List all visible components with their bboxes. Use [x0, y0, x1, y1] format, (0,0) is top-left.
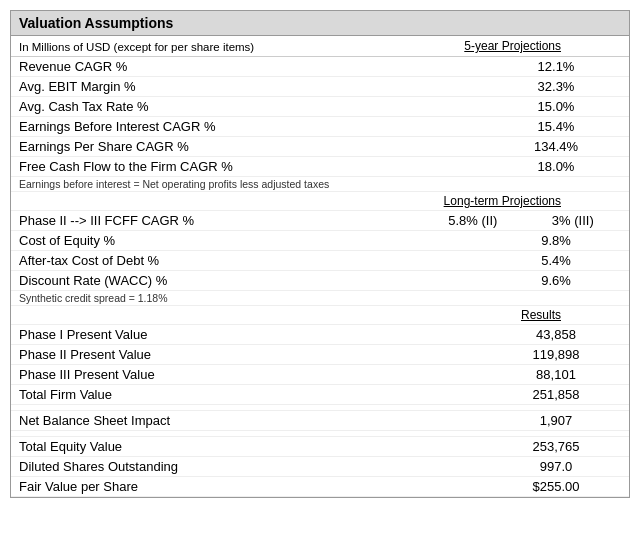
row-value: 18.0% [491, 159, 621, 174]
longterm-header-row: Long-term Projections [11, 192, 629, 211]
row-value: 15.4% [491, 119, 621, 134]
subtitle-row: In Millions of USD (except for per share… [11, 36, 629, 57]
results-header: Results [521, 308, 621, 322]
final-row: Diluted Shares Outstanding 997.0 [11, 457, 629, 477]
five-year-row: Earnings Before Interest CAGR % 15.4% [11, 117, 629, 137]
row-label: Phase III Present Value [19, 367, 491, 382]
longterm-section: Phase II --> III FCFF CAGR % 5.8% (II) 3… [11, 211, 629, 291]
row-label: Avg. EBIT Margin % [19, 79, 491, 94]
note2: Synthetic credit spread = 1.18% [11, 291, 629, 306]
longterm-row: Discount Rate (WACC) % 9.6% [11, 271, 629, 291]
results-section: Phase I Present Value 43,858 Phase II Pr… [11, 325, 629, 405]
longterm-row: Phase II --> III FCFF CAGR % 5.8% (II) 3… [11, 211, 629, 231]
row-label: Phase I Present Value [19, 327, 491, 342]
row-label: Net Balance Sheet Impact [19, 413, 491, 428]
five-year-header: 5-year Projections [464, 39, 621, 53]
row-value: 88,101 [491, 367, 621, 382]
row-value: 997.0 [491, 459, 621, 474]
row-label: Total Firm Value [19, 387, 491, 402]
five-year-row: Earnings Per Share CAGR % 134.4% [11, 137, 629, 157]
row-value: 134.4% [491, 139, 621, 154]
row-value: 15.0% [491, 99, 621, 114]
title-text: Valuation Assumptions [19, 15, 173, 31]
row-value: 5.8% (II) 3% (III) [421, 213, 621, 228]
results-row: Phase III Present Value 88,101 [11, 365, 629, 385]
row-label: Discount Rate (WACC) % [19, 273, 491, 288]
row-label: Phase II Present Value [19, 347, 491, 362]
subtitle-text: In Millions of USD (except for per share… [19, 41, 254, 53]
valuation-table: Valuation Assumptions In Millions of USD… [10, 10, 630, 498]
longterm-row: After-tax Cost of Debt % 5.4% [11, 251, 629, 271]
row-value: 251,858 [491, 387, 621, 402]
row-label: Total Equity Value [19, 439, 491, 454]
five-year-section: Revenue CAGR % 12.1% Avg. EBIT Margin % … [11, 57, 629, 177]
row-value: 1,907 [491, 413, 621, 428]
row-value: 253,765 [491, 439, 621, 454]
row-value: 9.6% [491, 273, 621, 288]
five-year-row: Free Cash Flow to the Firm CAGR % 18.0% [11, 157, 629, 177]
results-row: Phase I Present Value 43,858 [11, 325, 629, 345]
row-label: Cost of Equity % [19, 233, 491, 248]
row-label: After-tax Cost of Debt % [19, 253, 491, 268]
five-year-row: Avg. Cash Tax Rate % 15.0% [11, 97, 629, 117]
final-section: Total Equity Value 253,765 Diluted Share… [11, 437, 629, 497]
row-value: 5.4% [491, 253, 621, 268]
gap-section: Net Balance Sheet Impact 1,907 [11, 411, 629, 431]
row-value: $255.00 [491, 479, 621, 494]
results-row: Total Firm Value 251,858 [11, 385, 629, 405]
row-label: Diluted Shares Outstanding [19, 459, 491, 474]
row-label: Revenue CAGR % [19, 59, 491, 74]
table-title: Valuation Assumptions [11, 11, 629, 36]
results-header-row: Results [11, 306, 629, 325]
row-label: Fair Value per Share [19, 479, 491, 494]
row-label: Phase II --> III FCFF CAGR % [19, 213, 421, 228]
row-label: Earnings Per Share CAGR % [19, 139, 491, 154]
row-label: Avg. Cash Tax Rate % [19, 99, 491, 114]
longterm-header: Long-term Projections [444, 194, 621, 208]
row-value: 32.3% [491, 79, 621, 94]
five-year-row: Avg. EBIT Margin % 32.3% [11, 77, 629, 97]
row-value: 12.1% [491, 59, 621, 74]
gap-row: Net Balance Sheet Impact 1,907 [11, 411, 629, 431]
final-row: Fair Value per Share $255.00 [11, 477, 629, 497]
row-value: 43,858 [491, 327, 621, 342]
row-label: Free Cash Flow to the Firm CAGR % [19, 159, 491, 174]
row-value: 9.8% [491, 233, 621, 248]
five-year-row: Revenue CAGR % 12.1% [11, 57, 629, 77]
row-label: Earnings Before Interest CAGR % [19, 119, 491, 134]
row-value: 119,898 [491, 347, 621, 362]
final-row: Total Equity Value 253,765 [11, 437, 629, 457]
results-row: Phase II Present Value 119,898 [11, 345, 629, 365]
note1: Earnings before interest = Net operating… [11, 177, 629, 192]
longterm-row: Cost of Equity % 9.8% [11, 231, 629, 251]
